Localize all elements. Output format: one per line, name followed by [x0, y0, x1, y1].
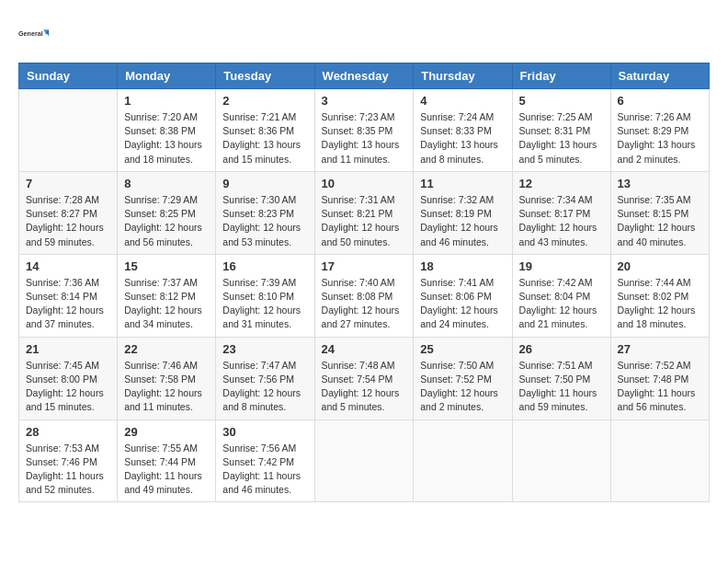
calendar-cell: 11Sunrise: 7:32 AM Sunset: 8:19 PM Dayli… [414, 171, 512, 254]
calendar-header-thursday: Thursday [414, 63, 512, 89]
day-info: Sunrise: 7:52 AM Sunset: 7:48 PM Dayligh… [618, 359, 702, 415]
calendar-cell: 3Sunrise: 7:23 AM Sunset: 8:35 PM Daylig… [314, 89, 414, 172]
calendar-cell: 26Sunrise: 7:51 AM Sunset: 7:50 PM Dayli… [512, 337, 610, 419]
day-number: 17 [322, 259, 407, 273]
calendar-cell: 8Sunrise: 7:29 AM Sunset: 8:25 PM Daylig… [118, 171, 216, 254]
day-info: Sunrise: 7:46 AM Sunset: 7:58 PM Dayligh… [124, 359, 209, 415]
day-number: 21 [26, 342, 110, 356]
calendar-cell: 12Sunrise: 7:34 AM Sunset: 8:17 PM Dayli… [512, 171, 610, 254]
calendar-cell: 23Sunrise: 7:47 AM Sunset: 7:56 PM Dayli… [216, 337, 314, 419]
calendar-cell: 25Sunrise: 7:50 AM Sunset: 7:52 PM Dayli… [414, 337, 512, 419]
day-number: 23 [222, 342, 307, 356]
day-number: 2 [222, 94, 307, 108]
day-info: Sunrise: 7:26 AM Sunset: 8:29 PM Dayligh… [618, 110, 702, 167]
calendar-cell: 21Sunrise: 7:45 AM Sunset: 8:00 PM Dayli… [19, 337, 118, 419]
day-info: Sunrise: 7:34 AM Sunset: 8:17 PM Dayligh… [519, 193, 604, 249]
day-number: 6 [618, 94, 702, 108]
day-number: 8 [124, 177, 209, 190]
day-number: 14 [26, 259, 110, 273]
day-number: 26 [519, 342, 604, 356]
calendar-week-2: 7Sunrise: 7:28 AM Sunset: 8:27 PM Daylig… [19, 171, 710, 254]
page-header: General [18, 18, 710, 53]
day-number: 13 [618, 177, 702, 190]
day-info: Sunrise: 7:41 AM Sunset: 8:06 PM Dayligh… [420, 276, 505, 332]
day-number: 9 [222, 177, 307, 190]
day-number: 18 [420, 259, 505, 273]
day-info: Sunrise: 7:21 AM Sunset: 8:36 PM Dayligh… [222, 110, 307, 167]
calendar-cell: 18Sunrise: 7:41 AM Sunset: 8:06 PM Dayli… [414, 254, 512, 337]
day-info: Sunrise: 7:31 AM Sunset: 8:21 PM Dayligh… [322, 193, 407, 249]
day-info: Sunrise: 7:28 AM Sunset: 8:27 PM Dayligh… [26, 193, 110, 249]
calendar-cell: 13Sunrise: 7:35 AM Sunset: 8:15 PM Dayli… [610, 171, 709, 254]
day-info: Sunrise: 7:42 AM Sunset: 8:04 PM Dayligh… [519, 276, 604, 332]
day-info: Sunrise: 7:51 AM Sunset: 7:50 PM Dayligh… [519, 359, 604, 415]
day-number: 15 [124, 259, 209, 273]
calendar-cell: 17Sunrise: 7:40 AM Sunset: 8:08 PM Dayli… [314, 254, 414, 337]
calendar-cell: 15Sunrise: 7:37 AM Sunset: 8:12 PM Dayli… [118, 254, 216, 337]
calendar-cell: 7Sunrise: 7:28 AM Sunset: 8:27 PM Daylig… [19, 171, 118, 254]
calendar-cell: 19Sunrise: 7:42 AM Sunset: 8:04 PM Dayli… [512, 254, 610, 337]
calendar-cell [512, 419, 610, 502]
day-number: 10 [322, 177, 407, 190]
day-info: Sunrise: 7:37 AM Sunset: 8:12 PM Dayligh… [124, 276, 209, 332]
day-info: Sunrise: 7:50 AM Sunset: 7:52 PM Dayligh… [420, 359, 505, 415]
day-number: 3 [322, 94, 407, 108]
day-number: 16 [222, 259, 307, 273]
day-number: 25 [420, 342, 505, 356]
calendar-cell: 2Sunrise: 7:21 AM Sunset: 8:36 PM Daylig… [216, 89, 314, 172]
day-info: Sunrise: 7:20 AM Sunset: 8:38 PM Dayligh… [124, 110, 209, 167]
calendar-table: SundayMondayTuesdayWednesdayThursdayFrid… [18, 63, 710, 502]
calendar-header-monday: Monday [118, 63, 216, 89]
day-info: Sunrise: 7:45 AM Sunset: 8:00 PM Dayligh… [26, 359, 110, 415]
day-info: Sunrise: 7:55 AM Sunset: 7:44 PM Dayligh… [124, 442, 209, 498]
day-info: Sunrise: 7:47 AM Sunset: 7:56 PM Dayligh… [222, 359, 307, 415]
day-info: Sunrise: 7:30 AM Sunset: 8:23 PM Dayligh… [222, 193, 307, 249]
day-info: Sunrise: 7:36 AM Sunset: 8:14 PM Dayligh… [26, 276, 110, 332]
day-number: 4 [420, 94, 505, 108]
day-info: Sunrise: 7:53 AM Sunset: 7:46 PM Dayligh… [26, 442, 110, 498]
day-info: Sunrise: 7:35 AM Sunset: 8:15 PM Dayligh… [618, 193, 702, 249]
calendar-cell: 28Sunrise: 7:53 AM Sunset: 7:46 PM Dayli… [19, 419, 118, 502]
calendar-cell: 9Sunrise: 7:30 AM Sunset: 8:23 PM Daylig… [216, 171, 314, 254]
calendar-week-5: 28Sunrise: 7:53 AM Sunset: 7:46 PM Dayli… [19, 419, 710, 502]
calendar-cell: 10Sunrise: 7:31 AM Sunset: 8:21 PM Dayli… [314, 171, 414, 254]
calendar-cell: 5Sunrise: 7:25 AM Sunset: 8:31 PM Daylig… [512, 89, 610, 172]
day-number: 11 [420, 177, 505, 190]
calendar-week-3: 14Sunrise: 7:36 AM Sunset: 8:14 PM Dayli… [19, 254, 710, 337]
calendar-header-wednesday: Wednesday [314, 63, 414, 89]
day-number: 19 [519, 259, 604, 273]
calendar-cell [19, 89, 118, 172]
calendar-header-sunday: Sunday [19, 63, 118, 89]
day-number: 12 [519, 177, 604, 190]
day-info: Sunrise: 7:29 AM Sunset: 8:25 PM Dayligh… [124, 193, 209, 249]
calendar-cell: 24Sunrise: 7:48 AM Sunset: 7:54 PM Dayli… [314, 337, 414, 419]
day-info: Sunrise: 7:56 AM Sunset: 7:42 PM Dayligh… [222, 442, 307, 498]
calendar-header-friday: Friday [512, 63, 610, 89]
day-info: Sunrise: 7:44 AM Sunset: 8:02 PM Dayligh… [618, 276, 702, 332]
calendar-cell [314, 419, 414, 502]
day-info: Sunrise: 7:24 AM Sunset: 8:33 PM Dayligh… [420, 110, 505, 167]
calendar-week-4: 21Sunrise: 7:45 AM Sunset: 8:00 PM Dayli… [19, 337, 710, 419]
calendar-header-tuesday: Tuesday [216, 63, 314, 89]
day-number: 20 [618, 259, 702, 273]
day-number: 7 [26, 177, 110, 190]
day-info: Sunrise: 7:25 AM Sunset: 8:31 PM Dayligh… [519, 110, 604, 167]
calendar-cell: 27Sunrise: 7:52 AM Sunset: 7:48 PM Dayli… [610, 337, 709, 419]
day-number: 27 [618, 342, 702, 356]
day-number: 24 [322, 342, 407, 356]
calendar-cell: 29Sunrise: 7:55 AM Sunset: 7:44 PM Dayli… [118, 419, 216, 502]
day-number: 28 [26, 425, 110, 439]
calendar-cell: 20Sunrise: 7:44 AM Sunset: 8:02 PM Dayli… [610, 254, 709, 337]
day-number: 22 [124, 342, 209, 356]
calendar-cell: 1Sunrise: 7:20 AM Sunset: 8:38 PM Daylig… [118, 89, 216, 172]
calendar-cell [414, 419, 512, 502]
calendar-cell: 4Sunrise: 7:24 AM Sunset: 8:33 PM Daylig… [414, 89, 512, 172]
logo-icon: General [18, 18, 51, 52]
calendar-cell: 14Sunrise: 7:36 AM Sunset: 8:14 PM Dayli… [19, 254, 118, 337]
day-number: 1 [124, 94, 209, 108]
day-number: 5 [519, 94, 604, 108]
day-info: Sunrise: 7:32 AM Sunset: 8:19 PM Dayligh… [420, 193, 505, 249]
calendar-header-row: SundayMondayTuesdayWednesdayThursdayFrid… [19, 63, 710, 89]
day-info: Sunrise: 7:40 AM Sunset: 8:08 PM Dayligh… [322, 276, 407, 332]
logo: General [18, 18, 51, 53]
